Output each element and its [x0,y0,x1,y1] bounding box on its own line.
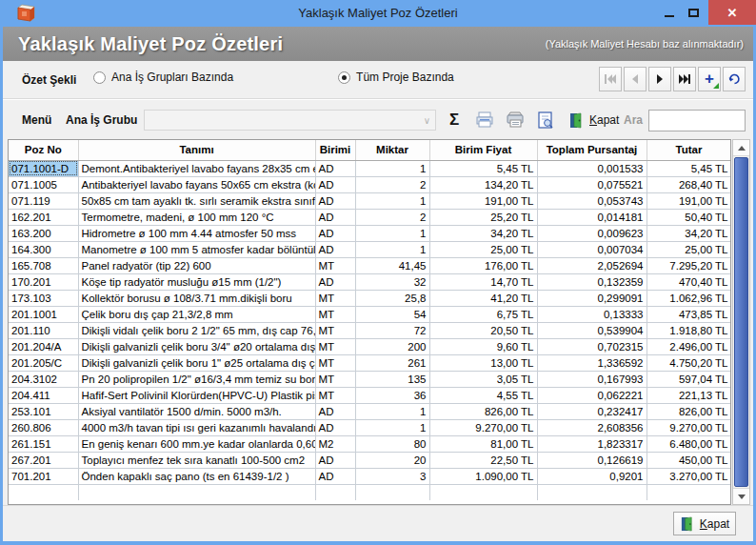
table-cell[interactable]: 204.3102 [9,371,78,387]
table-cell[interactable]: Antibakteriyel lavabo fayans 50x65 cm ek… [78,176,315,192]
table-cell[interactable]: 13,00 TL [429,354,537,371]
print-preview-button[interactable] [534,109,557,131]
table-cell[interactable]: Dikişli galvanizli çelik boru 1" ø25 ort… [78,354,315,371]
table-cell[interactable]: 1 [355,241,429,257]
table-cell[interactable]: 50,40 TL [647,209,731,225]
scroll-down-button[interactable] [733,488,749,504]
table-cell[interactable]: 826,00 TL [647,403,731,419]
table-cell[interactable]: 3.270,00 TL [647,468,731,484]
table-cell[interactable]: 6.480,00 TL [647,435,731,452]
column-header[interactable]: Birim Fiyat [429,140,537,160]
table-cell[interactable]: 5,45 TL [429,160,537,176]
table-row[interactable]: 201.1001Çelik boru dış çap 21,3/2,8 mmMT… [9,306,731,322]
column-header[interactable]: Tanımı [78,140,315,160]
table-cell[interactable]: Önden kapaklı saç pano (ts en 61439-1/2 … [78,468,315,484]
table-cell[interactable]: 20,50 TL [429,322,537,338]
table-cell[interactable]: 0,007034 [537,241,647,257]
table-cell[interactable]: 597,04 TL [647,371,731,387]
table-cell[interactable]: 22,50 TL [429,452,537,468]
table-cell[interactable]: 163.200 [9,225,78,241]
table-cell[interactable]: 9.270,00 TL [429,419,537,435]
table-cell[interactable]: 0,299091 [537,290,647,306]
table-cell[interactable]: AD [315,468,355,484]
table-cell[interactable]: MT [315,338,355,354]
table-cell[interactable]: 0,001533 [537,160,647,176]
table-cell[interactable]: Kollektör borusu ø 108/3.71 mm.dikişli b… [78,290,315,306]
table-cell[interactable]: 0,126619 [537,452,647,468]
table-cell[interactable]: 071.1005 [9,176,78,192]
table-cell[interactable]: 0,009623 [537,225,647,241]
table-cell[interactable]: Hafif-Sert Polivinil Klorürden(HPVC-U) P… [78,387,315,403]
table-row[interactable]: 173.103Kollektör borusu ø 108/3.71 mm.di… [9,290,731,306]
table-row[interactable]: 204.3102Pn 20 polipropilen 1/2" ø16/3,4 … [9,371,731,387]
table-cell[interactable]: MT [315,306,355,322]
print-alt-button[interactable] [504,109,527,131]
table-cell[interactable]: 20 [355,452,429,468]
table-cell[interactable]: Toplayıcı menfez tek sıra kanatlı 100-50… [78,452,315,468]
table-cell[interactable]: 201.1001 [9,306,78,322]
table-cell[interactable]: 41,20 TL [429,290,537,306]
table-row[interactable]: 260.8064000 m3/h tavan tipi ısı geri kaz… [9,419,731,435]
table-cell[interactable]: AD [315,176,355,192]
table-cell[interactable]: 25,20 TL [429,209,537,225]
table-cell[interactable]: Demont.Antibakteriyel lavabo fayans 28x3… [78,160,315,176]
table-cell[interactable]: 0,539904 [537,322,647,338]
table-cell[interactable]: 165.708 [9,257,78,273]
table-cell[interactable]: 6,75 TL [429,306,537,322]
table-cell[interactable]: 1.918,80 TL [647,322,731,338]
table-cell[interactable]: 071.119 [9,192,78,209]
previous-record-button[interactable] [624,67,647,91]
table-cell[interactable]: 162.201 [9,209,78,225]
table-cell[interactable]: MT [315,354,355,371]
table-cell[interactable]: 201.205/C [9,354,78,371]
table-cell[interactable]: Termometre, madeni, ø 100 mm 120 °C [78,209,315,225]
table-cell[interactable]: 9,60 TL [429,338,537,354]
last-record-button[interactable] [673,67,696,91]
table-row[interactable]: 204.411Hafif-Sert Polivinil Klorürden(HP… [9,387,731,403]
table-cell[interactable]: 50x85 cm tam ayaklı tk. sırlı seramik ek… [78,192,315,209]
table-row[interactable]: 071.11950x85 cm tam ayaklı tk. sırlı ser… [9,192,731,209]
table-cell[interactable]: 071.1001-D [9,160,78,176]
table-cell[interactable]: MT [315,257,355,273]
table-cell[interactable]: 34,20 TL [647,225,731,241]
column-header[interactable]: Tutar [647,140,731,160]
table-cell[interactable]: 1 [355,192,429,209]
table-cell[interactable]: 200 [355,338,429,354]
table-cell[interactable]: MT [315,387,355,403]
table-cell[interactable]: 0,13333 [537,306,647,322]
table-cell[interactable]: 4000 m3/h tavan tipi ısı geri kazanımlı … [78,419,315,435]
table-cell[interactable]: AD [315,209,355,225]
table-row[interactable]: 201.205/CDikişli galvanizli çelik boru 1… [9,354,731,371]
table-cell[interactable]: 701.201 [9,468,78,484]
table-row[interactable]: 267.201Toplayıcı menfez tek sıra kanatlı… [9,452,731,468]
kapat-footer-button[interactable]: Kapat [673,512,736,535]
table-cell[interactable]: 9.270,00 TL [647,419,731,435]
table-cell[interactable]: 2 [355,209,429,225]
table-cell[interactable]: Dikişli vidalı çelik boru 2 1/2" 65 mm, … [78,322,315,338]
next-record-button[interactable] [648,67,671,91]
table-cell[interactable]: Aksiyal vantilatör 1500 d/min. 5000 m3/h… [78,403,315,419]
table-cell[interactable]: 173.103 [9,290,78,306]
table-cell[interactable]: 32 [355,273,429,290]
table-cell[interactable]: 0,9201 [537,468,647,484]
table-cell[interactable]: 1,336592 [537,354,647,371]
table-cell[interactable]: 450,00 TL [647,452,731,468]
table-cell[interactable]: 3 [355,468,429,484]
table-row[interactable]: 071.1005Antibakteriyel lavabo fayans 50x… [9,176,731,192]
maximize-button[interactable] [682,0,705,25]
table-cell[interactable]: 72 [355,322,429,338]
column-header[interactable]: Miktar [355,140,429,160]
table-cell[interactable]: Hidrometre ø 100 mm 4.44 atmosfer 50 mss [78,225,315,241]
table-cell[interactable]: 191,00 TL [647,192,731,209]
first-record-button[interactable] [599,67,622,91]
table-cell[interactable]: 1.062,96 TL [647,290,731,306]
table-cell[interactable]: 2,608356 [537,419,647,435]
table-cell[interactable]: 261.151 [9,435,78,452]
table-cell[interactable]: 81,00 TL [429,435,537,452]
table-row[interactable]: 170.201Köşe tip radyatör musluğu ø15 mm … [9,273,731,290]
table-cell[interactable]: 34,20 TL [429,225,537,241]
table-cell[interactable]: 0,702315 [537,338,647,354]
table-cell[interactable]: 7.295,20 TL [647,257,731,273]
table-cell[interactable]: AD [315,160,355,176]
add-record-button[interactable]: + [698,67,721,91]
